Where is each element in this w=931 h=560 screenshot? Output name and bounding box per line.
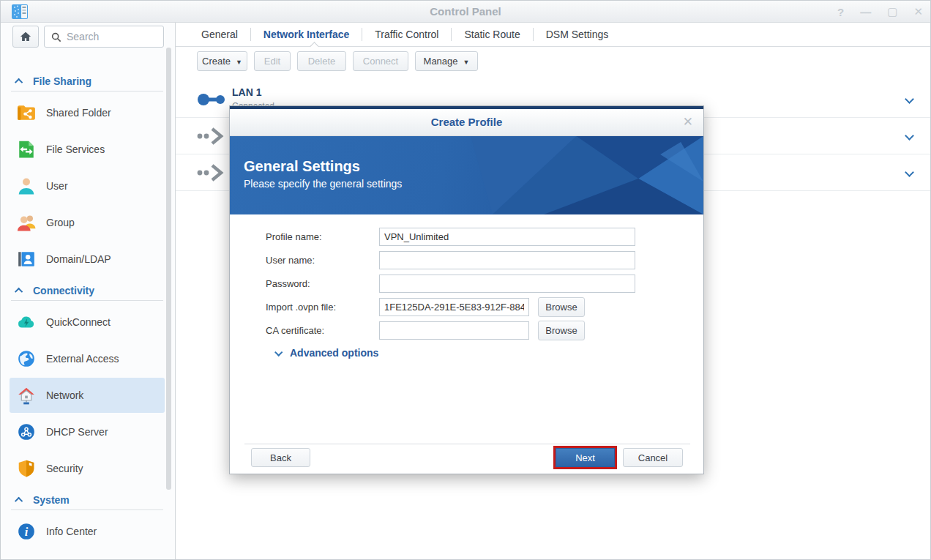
- domain-ldap-icon: [17, 250, 36, 269]
- chevron-down-icon[interactable]: [905, 94, 914, 104]
- network-icon: [17, 386, 36, 405]
- lan-icon: [196, 89, 227, 110]
- back-button[interactable]: Back: [251, 448, 310, 467]
- sidebar-item-label: Domain/LDAP: [46, 253, 111, 265]
- tab-dsm-settings[interactable]: DSM Settings: [534, 23, 621, 46]
- security-icon: [17, 459, 36, 478]
- caret-down-icon: ▼: [236, 59, 242, 66]
- button-label: Connect: [363, 56, 398, 67]
- field-label: Password:: [266, 278, 310, 289]
- search-input[interactable]: [67, 27, 160, 46]
- home-button[interactable]: [12, 26, 39, 48]
- interface-name: LAN 1: [232, 86, 261, 98]
- file-services-icon: [17, 140, 36, 159]
- sidebar-scrollbar[interactable]: [166, 48, 171, 490]
- sidebar-item-label: Info Center: [46, 526, 97, 537]
- vpn-profile-icon: [196, 126, 227, 146]
- sidebar-item-group[interactable]: Group: [10, 205, 165, 240]
- vpn-profile-icon: [196, 163, 227, 183]
- next-button[interactable]: Next: [556, 448, 615, 467]
- dialog-titlebar[interactable]: Create Profile ✕: [230, 109, 703, 136]
- section-label: File Sharing: [33, 75, 91, 87]
- edit-button[interactable]: Edit: [254, 51, 291, 71]
- sidebar-item-shared-folder[interactable]: Shared Folder: [10, 95, 165, 130]
- import-ovpn-field[interactable]: [379, 298, 529, 316]
- sidebar-section-file-sharing[interactable]: File Sharing: [1, 73, 165, 89]
- form-row-import-ovpn: Import .ovpn file: Browse: [230, 298, 703, 317]
- minimize-icon[interactable]: —: [860, 6, 871, 18]
- home-icon: [19, 30, 32, 43]
- maximize-icon[interactable]: ▢: [887, 5, 897, 18]
- sidebar-item-file-services[interactable]: File Services: [10, 132, 165, 167]
- sidebar-item-label: User: [46, 180, 68, 192]
- chevron-up-icon: [15, 78, 23, 86]
- sidebar-item-label: DHCP Server: [46, 426, 108, 438]
- form-row-ca-certificate: CA certificate: Browse: [230, 321, 703, 340]
- divider: [11, 509, 163, 510]
- browse-ca-button[interactable]: Browse: [538, 321, 585, 340]
- help-icon[interactable]: ?: [837, 6, 844, 18]
- sidebar-item-theme[interactable]: Theme: [10, 550, 165, 560]
- tab-traffic-control[interactable]: Traffic Control: [362, 23, 451, 46]
- profile-name-field[interactable]: [379, 228, 635, 246]
- field-label: CA certificate:: [266, 325, 324, 336]
- sidebar-item-domain-ldap[interactable]: Domain/LDAP: [10, 242, 165, 277]
- button-label: Edit: [264, 56, 280, 67]
- sidebar-item-dhcp-server[interactable]: DHCP Server: [10, 414, 165, 449]
- sidebar-item-label: Security: [46, 463, 83, 474]
- shared-folder-icon: [17, 103, 36, 122]
- tab-static-route[interactable]: Static Route: [452, 23, 532, 46]
- divider: [11, 91, 163, 92]
- search-icon: [51, 31, 62, 43]
- toolbar: Create ▼ Edit Delete Connect Manage ▼: [197, 51, 478, 71]
- banner-subtitle: Please specify the general settings: [244, 177, 402, 190]
- sidebar-section-system[interactable]: System: [1, 492, 165, 508]
- titlebar: Control Panel ? — ▢ ✕: [1, 1, 930, 23]
- password-field[interactable]: [379, 275, 635, 293]
- banner-text: General Settings Please specify the gene…: [244, 157, 402, 190]
- control-panel-window: Control Panel ? — ▢ ✕ File Sharing: [0, 0, 931, 560]
- chevron-down-icon[interactable]: [905, 131, 914, 141]
- section-label: Connectivity: [33, 285, 94, 296]
- delete-button[interactable]: Delete: [297, 51, 346, 71]
- manage-button[interactable]: Manage ▼: [415, 51, 478, 71]
- chevron-up-icon: [15, 497, 23, 505]
- connect-button[interactable]: Connect: [353, 51, 408, 71]
- ca-certificate-field[interactable]: [379, 321, 529, 340]
- group-icon: [17, 213, 36, 232]
- sidebar-item-security[interactable]: Security: [10, 451, 165, 486]
- search-box: [44, 26, 164, 48]
- tab-general[interactable]: General: [189, 23, 250, 46]
- sidebar-item-label: External Access: [46, 353, 119, 365]
- divider: [11, 300, 163, 301]
- sidebar-item-info-center[interactable]: i Info Center: [10, 514, 165, 549]
- sidebar-item-label: File Services: [46, 143, 105, 155]
- caret-down-icon: ▼: [463, 59, 470, 66]
- field-label: Profile name:: [266, 231, 322, 242]
- button-label: Delete: [308, 56, 336, 67]
- external-access-icon: [17, 349, 36, 368]
- chevron-down-icon[interactable]: [905, 168, 914, 177]
- sidebar-item-network[interactable]: Network: [10, 378, 165, 413]
- sidebar-item-label: Group: [46, 217, 75, 228]
- info-center-icon: i: [17, 522, 36, 541]
- button-label: Manage: [424, 56, 458, 67]
- sidebar-item-user[interactable]: User: [10, 168, 165, 204]
- cancel-button[interactable]: Cancel: [623, 448, 683, 467]
- sidebar-item-external-access[interactable]: External Access: [10, 341, 165, 376]
- create-button[interactable]: Create ▼: [197, 51, 247, 71]
- sidebar-section-connectivity[interactable]: Connectivity: [1, 283, 165, 299]
- dialog-footer: Back Next Cancel: [230, 444, 703, 474]
- tab-network-interface[interactable]: Network Interface: [251, 23, 362, 46]
- dialog-body: Profile name: User name: Password: Impor…: [230, 214, 703, 444]
- advanced-options-toggle[interactable]: Advanced options: [275, 347, 378, 359]
- dialog-close-icon[interactable]: ✕: [683, 109, 693, 135]
- form-row-profile-name: Profile name:: [230, 228, 703, 247]
- sidebar-item-quickconnect[interactable]: QuickConnect: [10, 305, 165, 340]
- close-icon[interactable]: ✕: [913, 5, 923, 18]
- quickconnect-icon: [17, 313, 36, 332]
- next-button-highlight: Next: [553, 446, 617, 469]
- button-label: Back: [270, 452, 291, 463]
- user-name-field[interactable]: [379, 251, 635, 269]
- browse-ovpn-button[interactable]: Browse: [538, 297, 585, 317]
